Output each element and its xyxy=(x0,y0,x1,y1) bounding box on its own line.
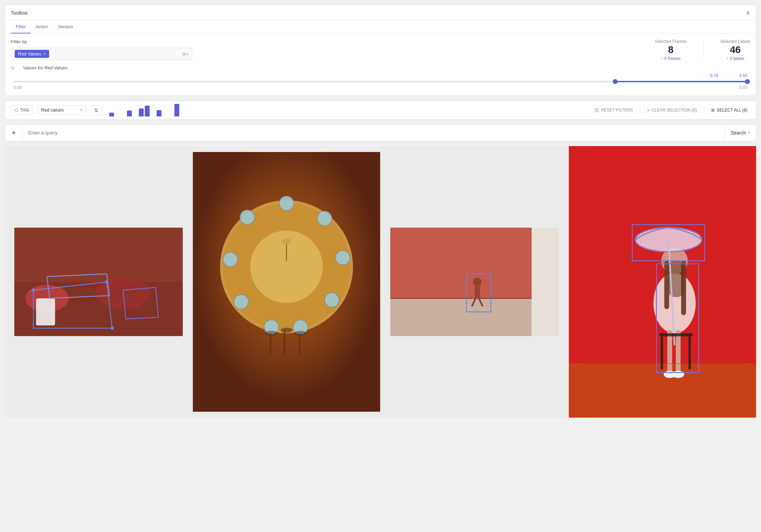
tag-button[interactable]: ⬡ TAG xyxy=(11,105,33,115)
filter-dropdown-button[interactable]: ▾ xyxy=(186,52,188,56)
range-arrow-icon: ↳ xyxy=(11,65,15,70)
selected-labels-delta: 0 labels xyxy=(721,56,750,61)
tab-filter[interactable]: Filter xyxy=(11,21,31,33)
svg-point-19 xyxy=(325,293,339,307)
clear-selection-button[interactable]: ≡ CLEAR SELECTION (0) xyxy=(645,106,700,114)
filter-by-label: Filter by xyxy=(11,39,192,44)
svg-point-10 xyxy=(111,326,114,329)
reset-filters-icon: ⚿ xyxy=(595,108,599,113)
wall-image xyxy=(390,228,559,336)
tag-select-dropdown[interactable]: Red values ▾ xyxy=(37,105,86,115)
selected-frames-value: 8 xyxy=(655,45,687,55)
grid-cell-2[interactable] xyxy=(193,146,380,418)
girl-image-wrapper xyxy=(569,146,756,418)
grid-cell-4[interactable] xyxy=(569,146,756,418)
tag-icon: ⬡ xyxy=(15,108,18,113)
range-slider-container: 0.76 0.93 0.00 0.93 xyxy=(11,73,750,90)
tag-select-value: Red values xyxy=(41,107,64,113)
svg-rect-30 xyxy=(270,333,271,355)
range-fill xyxy=(615,81,747,82)
svg-point-16 xyxy=(279,196,294,211)
range-min-max-row: 0.00 0.93 xyxy=(14,85,747,90)
toolbox-title: Toolbox xyxy=(11,10,28,16)
selected-frames-label: Selected Frames xyxy=(655,39,687,44)
grid-cell-1[interactable] xyxy=(5,146,192,418)
histogram-bar xyxy=(127,111,132,116)
tab-action[interactable]: Action xyxy=(31,21,53,33)
svg-rect-51 xyxy=(667,330,672,372)
search-dropdown[interactable]: Search ▾ xyxy=(725,125,756,141)
image-grid xyxy=(5,146,756,418)
histogram-bar xyxy=(174,104,179,116)
svg-point-17 xyxy=(317,211,332,226)
range-max-label: 0.93 xyxy=(739,85,747,90)
clear-selection-icon: ≡ xyxy=(647,108,650,113)
search-button-label: Search xyxy=(731,130,746,136)
histogram-bar xyxy=(109,113,114,116)
tabs-row: Filter Action Version xyxy=(5,21,756,33)
selected-labels-value: 46 xyxy=(721,45,750,55)
toolbox-collapse-button[interactable]: ∧ xyxy=(746,9,750,16)
svg-point-23 xyxy=(223,252,238,267)
stats-divider xyxy=(703,41,704,59)
filter-clear-button[interactable]: ⊗ xyxy=(182,51,186,57)
selected-frames-stat: Selected Frames 8 0 frames xyxy=(655,39,687,61)
svg-rect-35 xyxy=(532,228,559,336)
search-row: ✦ Search ▾ xyxy=(5,124,756,141)
svg-rect-57 xyxy=(688,336,691,369)
girl-image xyxy=(569,146,756,418)
range-label-row: ↳ Values for Red Values xyxy=(11,65,750,70)
toolbar-divider xyxy=(640,107,640,114)
filter-section: Filter by Red Values × ⊗ ▾ Selected Fram… xyxy=(5,33,756,96)
svg-point-24 xyxy=(240,210,255,225)
svg-point-54 xyxy=(672,371,684,378)
svg-rect-29 xyxy=(299,333,300,355)
range-left-value: 0.76 xyxy=(710,73,718,78)
select-all-button[interactable]: ⊞ SELECT ALL (8) xyxy=(708,106,750,114)
sort-button[interactable]: ⇅ xyxy=(90,105,102,115)
svg-rect-52 xyxy=(676,330,681,372)
svg-rect-56 xyxy=(661,336,663,369)
histogram-bar xyxy=(145,106,150,116)
filter-chip[interactable]: Red Values × xyxy=(15,50,49,58)
range-thumb-left[interactable] xyxy=(613,79,618,84)
select-all-icon: ⊞ xyxy=(711,108,715,113)
svg-rect-55 xyxy=(660,333,693,336)
toolbox-panel: Toolbox ∧ Filter Action Version Filter b… xyxy=(5,5,756,96)
range-values-above: 0.76 0.93 xyxy=(14,73,747,78)
selected-frames-delta: 0 frames xyxy=(655,56,687,61)
filter-chip-label: Red Values xyxy=(18,51,41,56)
clear-selection-label: CLEAR SELECTION (0) xyxy=(652,108,697,113)
grid-cell-3[interactable] xyxy=(381,146,568,418)
svg-point-8 xyxy=(32,288,35,291)
search-input[interactable] xyxy=(23,130,725,136)
svg-rect-43 xyxy=(569,363,756,418)
range-name-label: Values for Red Values xyxy=(23,65,67,70)
svg-rect-46 xyxy=(664,261,669,309)
range-thumb-right[interactable] xyxy=(745,79,750,84)
magic-icon: ✦ xyxy=(11,129,17,137)
wall-image-wrapper xyxy=(390,228,559,336)
filter-chip-close-icon[interactable]: × xyxy=(43,52,46,56)
filter-stats: Selected Frames 8 0 frames Selected Labe… xyxy=(655,39,750,61)
svg-rect-4 xyxy=(36,298,55,325)
svg-rect-28 xyxy=(284,330,285,354)
svg-point-25 xyxy=(280,328,293,333)
reset-filters-label: RESET FILTERS xyxy=(601,108,633,113)
food-image-wrapper xyxy=(14,228,183,336)
svg-point-37 xyxy=(473,278,482,286)
search-dropdown-arrow-icon: ▾ xyxy=(748,130,750,135)
svg-point-18 xyxy=(336,250,350,265)
reset-filters-button[interactable]: ⚿ RESET FILTERS xyxy=(592,106,636,114)
range-right-value: 0.93 xyxy=(739,73,747,78)
tag-label: TAG xyxy=(20,107,29,113)
selected-labels-label: Selected Labels xyxy=(721,39,750,44)
sort-icon: ⇅ xyxy=(94,107,98,113)
toolbar-row: ⬡ TAG Red values ▾ ⇅ ⚿ RESET FILTERS ≡ C… xyxy=(5,101,756,120)
histogram-bar xyxy=(157,110,161,116)
toolbar-divider2 xyxy=(704,107,704,114)
magic-button[interactable]: ✦ xyxy=(5,125,23,141)
range-track[interactable] xyxy=(14,81,747,82)
filter-input-row: Red Values × ⊗ ▾ xyxy=(11,48,192,60)
tab-version[interactable]: Version xyxy=(53,21,78,33)
